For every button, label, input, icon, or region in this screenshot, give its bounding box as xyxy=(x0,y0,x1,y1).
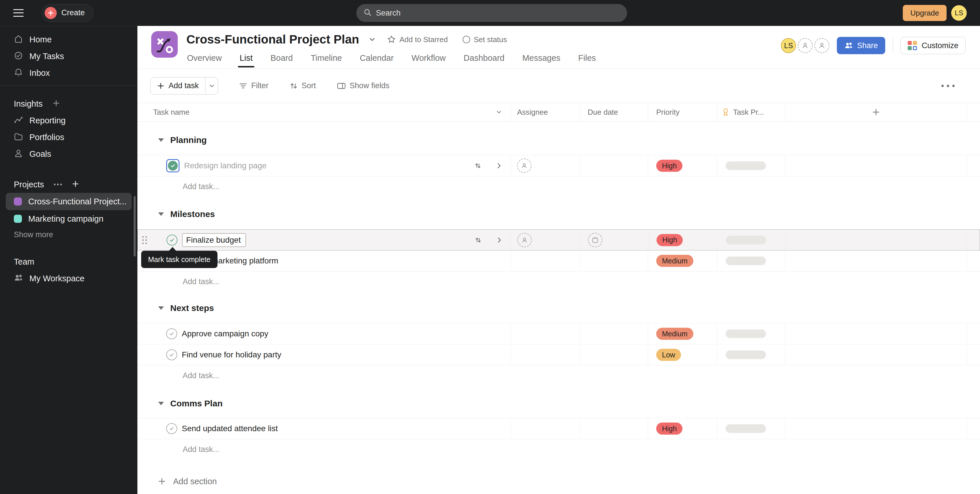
project-icon[interactable] xyxy=(151,31,178,57)
table-row[interactable]: Find venue for holiday party Low xyxy=(137,344,980,365)
create-button[interactable]: Create xyxy=(41,4,94,22)
user-avatar[interactable]: LS xyxy=(951,5,967,21)
task-checkbox[interactable] xyxy=(167,234,177,245)
drag-handle-icon[interactable] xyxy=(142,236,147,244)
table-row[interactable]: Send updated attendee list High xyxy=(137,418,980,439)
projects-more-icon[interactable] xyxy=(54,183,62,185)
column-label: Due date xyxy=(588,108,618,117)
sidebar-item-reporting[interactable]: Reporting xyxy=(0,112,137,129)
reorder-arrows-icon[interactable] xyxy=(474,161,482,170)
chevron-right-icon[interactable] xyxy=(495,162,503,169)
tab-messages[interactable]: Messages xyxy=(522,52,561,66)
add-task-dropdown-button[interactable] xyxy=(205,78,218,94)
member-avatar[interactable]: LS xyxy=(781,38,796,53)
tab-calendar[interactable]: Calendar xyxy=(359,52,395,66)
sidebar-toggle-icon[interactable] xyxy=(13,9,24,17)
sidebar-item-my-workspace[interactable]: My Workspace xyxy=(0,270,137,287)
column-header-assignee[interactable]: Assignee xyxy=(511,103,580,121)
task-title[interactable]: Send updated attendee list xyxy=(182,424,278,433)
sidebar-item-portfolios[interactable]: Portfolios xyxy=(0,129,137,145)
tab-dashboard[interactable]: Dashboard xyxy=(463,52,505,66)
add-task-row[interactable]: Add task... xyxy=(137,271,980,292)
status-circle-icon xyxy=(463,36,470,43)
add-task-row[interactable]: Add task... xyxy=(137,365,980,386)
priority-badge[interactable]: High xyxy=(656,160,682,172)
task-title[interactable]: Redesign landing page xyxy=(184,161,266,171)
invite-member-placeholder[interactable] xyxy=(815,38,829,53)
task-title[interactable]: Find venue for holiday party xyxy=(182,350,282,359)
assignee-placeholder[interactable] xyxy=(517,159,531,173)
collapse-caret-icon[interactable] xyxy=(158,306,164,310)
collapse-caret-icon[interactable] xyxy=(158,212,164,216)
sidebar-project-marketing-campaign[interactable]: Marketing campaign xyxy=(6,210,132,228)
task-checkbox[interactable] xyxy=(166,423,177,434)
priority-badge[interactable]: Medium xyxy=(656,328,694,340)
set-status-button[interactable]: Set status xyxy=(463,35,507,44)
invite-member-placeholder[interactable] xyxy=(798,38,813,53)
priority-badge[interactable]: Medium xyxy=(656,255,694,267)
tab-timeline[interactable]: Timeline xyxy=(310,52,342,66)
sidebar-item-goals[interactable]: Goals xyxy=(0,145,137,162)
task-title[interactable]: Approve campaign copy xyxy=(182,329,268,338)
chevron-right-icon[interactable] xyxy=(496,236,503,244)
due-date-placeholder[interactable] xyxy=(588,233,602,247)
tab-files[interactable]: Files xyxy=(578,52,596,66)
table-row[interactable]: Redesign landing page High xyxy=(137,155,980,176)
tab-overview[interactable]: Overview xyxy=(186,52,223,66)
tab-workflow[interactable]: Workflow xyxy=(411,52,447,66)
collapse-caret-icon[interactable] xyxy=(158,139,164,142)
tab-list[interactable]: List xyxy=(239,52,253,66)
upgrade-button[interactable]: Upgrade xyxy=(903,5,947,21)
add-task-row[interactable]: Add task... xyxy=(137,439,980,459)
add-task-button[interactable]: Add task xyxy=(151,78,205,94)
show-more-link[interactable]: Show more xyxy=(0,228,137,242)
task-name-input[interactable] xyxy=(182,233,246,247)
task-checkbox[interactable] xyxy=(166,349,177,360)
sidebar-item-inbox[interactable]: Inbox xyxy=(0,65,137,81)
search-input[interactable] xyxy=(376,9,620,18)
star-icon xyxy=(387,35,396,44)
add-to-starred-button[interactable]: Add to Starred xyxy=(387,35,448,44)
sidebar-item-label: My Tasks xyxy=(29,52,64,61)
column-header-task-name[interactable]: Task name xyxy=(137,103,511,121)
task-checkbox-completed[interactable] xyxy=(166,159,180,172)
sidebar-item-my-tasks[interactable]: My Tasks xyxy=(0,48,137,65)
add-task-row[interactable]: Add task... xyxy=(137,176,980,196)
priority-badge[interactable]: High xyxy=(656,422,682,435)
column-header-task-progress[interactable]: Task Pr... xyxy=(717,103,785,121)
filter-button[interactable]: Filter xyxy=(239,81,269,90)
add-project-icon[interactable] xyxy=(72,180,79,189)
due-date-cell[interactable] xyxy=(580,155,648,176)
search-bar[interactable] xyxy=(356,4,627,22)
table-row-selected[interactable]: High xyxy=(137,229,980,250)
reorder-arrows-icon[interactable] xyxy=(474,236,482,244)
tab-board[interactable]: Board xyxy=(270,52,293,66)
chevron-down-icon[interactable] xyxy=(495,108,503,116)
table-row[interactable]: Approve campaign copy Medium xyxy=(137,323,980,344)
section-title[interactable]: Comms Plan xyxy=(170,398,223,408)
table-row[interactable]: e new email marketing platform Medium xyxy=(137,250,980,271)
add-insight-icon[interactable] xyxy=(52,99,60,108)
assignee-placeholder[interactable] xyxy=(517,233,532,247)
customize-button[interactable]: Customize xyxy=(900,37,966,54)
sort-button[interactable]: Sort xyxy=(289,81,316,90)
section-title[interactable]: Next steps xyxy=(170,303,214,313)
page-title[interactable]: Cross-Functional Project Plan xyxy=(186,33,359,46)
add-column-button[interactable] xyxy=(785,103,967,121)
column-header-priority[interactable]: Priority xyxy=(648,103,717,121)
add-section-button[interactable]: Add section xyxy=(137,472,980,491)
more-options-icon[interactable] xyxy=(942,85,955,87)
priority-badge[interactable]: High xyxy=(657,234,683,246)
sidebar-scrollbar[interactable] xyxy=(134,196,136,257)
task-checkbox[interactable] xyxy=(166,328,177,339)
sidebar-item-home[interactable]: Home xyxy=(0,31,137,48)
collapse-caret-icon[interactable] xyxy=(158,402,164,405)
show-fields-button[interactable]: Show fields xyxy=(337,81,390,91)
section-title[interactable]: Planning xyxy=(170,135,207,145)
share-button[interactable]: Share xyxy=(837,37,885,54)
section-title[interactable]: Milestones xyxy=(170,209,215,219)
priority-badge[interactable]: Low xyxy=(656,349,681,361)
sidebar-project-cross-functional[interactable]: Cross-Functional Project... xyxy=(6,193,132,210)
chevron-down-icon[interactable] xyxy=(367,35,377,45)
column-header-due-date[interactable]: Due date xyxy=(580,103,648,121)
